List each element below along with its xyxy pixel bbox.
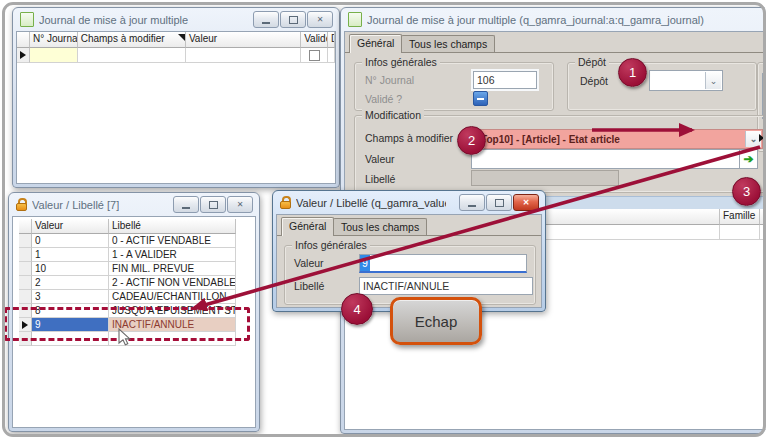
- valeur-form-title: Valeur / Libellé (q_gamra_value:a:q...: [296, 197, 446, 209]
- echap-key-label: Echap: [415, 313, 458, 330]
- step-badge-2: 2: [457, 126, 486, 155]
- table-row[interactable]: 0 0 - ACTIF VENDABLE: [19, 234, 236, 248]
- selected-text: 9: [360, 255, 370, 271]
- group-depot: Dépôt Dépôt ⌄: [567, 62, 757, 111]
- group-title: Infos générales: [362, 56, 440, 68]
- maximize-button[interactable]: [200, 196, 226, 213]
- valide-checkbox[interactable]: [309, 50, 320, 61]
- table-row[interactable]: 2 2 - ACTIF NON VENDABLE: [19, 276, 236, 290]
- cell-num-journal[interactable]: [30, 48, 78, 63]
- lock-icon: [16, 198, 27, 211]
- group-title: Infos générales: [292, 239, 370, 251]
- green-arrow-icon: ➔: [743, 152, 753, 166]
- valeur-list-titlebar: Valeur / Libellé [7] ✕: [9, 193, 259, 216]
- col-header-num-journal[interactable]: N° Journal: [30, 32, 78, 48]
- selected-row-highlight-box: [4, 307, 250, 341]
- valeur-label: Valeur: [294, 257, 324, 269]
- close-button[interactable]: ✕: [513, 194, 539, 211]
- valeur-input-focused[interactable]: 9: [359, 254, 527, 273]
- minimize-button[interactable]: [459, 194, 485, 211]
- journal-list-title: Journal de mise à jour multiple: [39, 14, 188, 26]
- table-row[interactable]: 1 1 - A VALIDER: [19, 248, 236, 262]
- row-selector-header: [17, 32, 30, 48]
- minimize-icon: [468, 205, 476, 207]
- maximize-button[interactable]: [280, 11, 306, 28]
- valeur-input[interactable]: [471, 149, 745, 169]
- apply-value-button[interactable]: ➔: [739, 149, 758, 169]
- maximize-icon: [289, 16, 298, 24]
- step-badge-3: 3: [732, 177, 761, 206]
- journal-document-icon: [20, 12, 34, 27]
- tab-tous-les-champs[interactable]: Tous les champs: [401, 35, 495, 53]
- col-header-valide[interactable]: Validé ?: [301, 32, 328, 48]
- depot-combobox[interactable]: ⌄: [649, 70, 723, 91]
- tab-general[interactable]: Général: [281, 217, 334, 236]
- group-infos-generales: Infos générales N° Journal 106 Validé ?: [354, 62, 554, 111]
- journal-form-title: Journal de mise à jour multiple (q_gamra…: [367, 14, 704, 26]
- step-badge-1: 1: [618, 58, 647, 87]
- journal-document-icon: [348, 12, 362, 27]
- detail-arrow-icon[interactable]: [759, 134, 764, 142]
- screenshot-root: Journal de mise à jour multiple ✕ N° Jou…: [0, 0, 768, 439]
- close-button[interactable]: ✕: [227, 196, 253, 213]
- row-selector-cell: [17, 48, 30, 63]
- champs-a-modifier-combobox[interactable]: [.Top10] - [Article] - Etat article ⌄: [471, 129, 763, 149]
- valide-checkbox-indeterminate[interactable]: [473, 91, 488, 106]
- libelle-label: Libellé: [365, 173, 395, 185]
- col-header-depot[interactable]: Dép: [328, 32, 335, 48]
- partial-listbox[interactable]: [762, 73, 768, 119]
- minimize-button[interactable]: [253, 11, 279, 28]
- maximize-button[interactable]: [486, 194, 512, 211]
- col-header-n[interactable]: N: [760, 209, 767, 225]
- minimize-icon: [182, 207, 190, 209]
- table-row[interactable]: 10 FIN MIL. PREVUE: [19, 262, 236, 276]
- valeur-form-titlebar: Valeur / Libellé (q_gamra_value:a:q... ✕: [273, 191, 545, 214]
- depot-label: Dépôt: [580, 75, 608, 87]
- tab-general[interactable]: Général: [349, 34, 402, 53]
- maximize-icon: [495, 199, 504, 207]
- journal-list-titlebar: Journal de mise à jour multiple ✕: [13, 8, 339, 31]
- num-journal-field[interactable]: 106: [473, 71, 537, 89]
- libelle-label: Libellé: [294, 280, 324, 292]
- col-header-famille[interactable]: Famille: [720, 209, 760, 225]
- col-header-valeur[interactable]: Valeur: [32, 219, 109, 234]
- echap-keycap: Echap: [390, 297, 482, 345]
- libelle-input[interactable]: INACTIF/ANNULE: [359, 277, 533, 295]
- lock-icon: [280, 196, 291, 209]
- valide-label: Validé ?: [365, 93, 402, 105]
- cell-champs[interactable]: [78, 48, 186, 63]
- table-row[interactable]: 3 CADEAU/ECHANTILLON: [19, 290, 236, 304]
- col-header-valeur[interactable]: Valeur: [186, 32, 301, 48]
- libelle-field-disabled: [471, 170, 619, 186]
- col-header-libelle[interactable]: Libellé: [109, 219, 236, 234]
- step-badge-4: 4: [341, 293, 373, 325]
- cell-depot[interactable]: [328, 48, 335, 63]
- maximize-icon: [209, 201, 218, 209]
- close-button[interactable]: ✕: [307, 11, 333, 28]
- valeur-label: Valeur: [365, 153, 395, 165]
- journal-form-titlebar: Journal de mise à jour multiple (q_gamra…: [341, 8, 768, 31]
- window-valeur-form: Valeur / Libellé (q_gamra_value:a:q... ✕…: [272, 190, 546, 312]
- minimize-button[interactable]: [173, 196, 199, 213]
- col-header-champs[interactable]: Champs à modifier: [78, 32, 186, 48]
- row-selector-header: [19, 219, 32, 234]
- group-modification: Modification Champs à modifier [.Top10] …: [354, 115, 767, 193]
- current-row-arrow-icon: [20, 51, 26, 59]
- indeterminate-dash-icon: [477, 98, 484, 100]
- champs-a-modifier-label: Champs à modifier: [365, 132, 453, 144]
- group-title: Dépôt: [575, 56, 609, 68]
- chevron-down-icon[interactable]: ⌄: [705, 72, 721, 89]
- window-journal-list: Journal de mise à jour multiple ✕ N° Jou…: [12, 7, 340, 188]
- num-journal-label: N° Journal: [365, 74, 414, 86]
- tab-tous-les-champs[interactable]: Tous les champs: [333, 218, 427, 236]
- valeur-form-tabbar: Général Tous les champs: [277, 215, 541, 236]
- valeur-form-client: Général Tous les champs Infos générales …: [276, 214, 542, 308]
- cell-valeur[interactable]: [186, 48, 301, 63]
- sort-indicator-icon: [178, 34, 185, 41]
- valeur-list-title: Valeur / Libellé [7]: [32, 199, 119, 211]
- journal-form-tabbar: Général Tous les champs: [345, 32, 767, 53]
- cell-valide: [301, 48, 328, 63]
- journal-empty-row[interactable]: [17, 48, 335, 63]
- group-title: Modification: [362, 109, 424, 121]
- journal-list-client: N° Journal Champs à modifier Valeur Vali…: [16, 31, 336, 184]
